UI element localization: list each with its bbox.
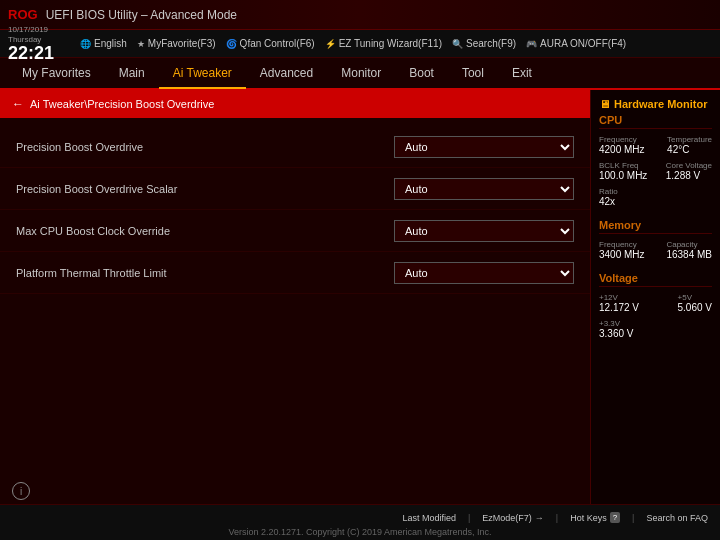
- back-arrow-icon[interactable]: ←: [12, 97, 24, 111]
- bios-title: UEFI BIOS Utility – Advanced Mode: [46, 8, 237, 22]
- search-faq-link[interactable]: Search on FAQ: [646, 513, 708, 523]
- cpu-freq-temp-row: Frequency 4200 MHz Temperature 42°C: [599, 135, 712, 155]
- cpu-frequency-value: 4200 MHz: [599, 144, 645, 155]
- memory-freq-cap-row: Frequency 3400 MHz Capacity 16384 MB: [599, 240, 712, 260]
- content-area: ← Ai Tweaker\Precision Boost Overdrive P…: [0, 90, 720, 504]
- cpu-bclk: BCLK Freq 100.0 MHz: [599, 161, 647, 181]
- nav-tabs: My Favorites Main Ai Tweaker Advanced Mo…: [0, 58, 720, 90]
- setting-label-pbo-scalar: Precision Boost Overdrive Scalar: [16, 183, 394, 195]
- setting-select-pbo[interactable]: Auto Enabled Disabled: [394, 136, 574, 158]
- ez-mode-link[interactable]: EzMode(F7) →: [482, 513, 544, 523]
- voltage-12v-5v-row: +12V 12.172 V +5V 5.060 V: [599, 293, 712, 313]
- ez-tuning-label: EZ Tuning Wizard(F11): [339, 38, 442, 49]
- cpu-ratio-row: Ratio 42x: [599, 187, 712, 207]
- memory-frequency-label: Frequency: [599, 240, 645, 249]
- aura-icon: 🎮: [526, 39, 537, 49]
- datetime-display: 10/17/2019 Thursday 22:21: [8, 25, 68, 62]
- myfavorite-label: MyFavorite(F3): [148, 38, 216, 49]
- cpu-ratio-label: Ratio: [599, 187, 618, 196]
- cpu-section-title: CPU: [599, 114, 712, 129]
- language-selector[interactable]: 🌐 English: [80, 38, 127, 49]
- memory-frequency-value: 3400 MHz: [599, 249, 645, 260]
- rog-logo: ROG: [8, 7, 38, 22]
- cpu-frequency: Frequency 4200 MHz: [599, 135, 645, 155]
- cpu-frequency-label: Frequency: [599, 135, 645, 144]
- cpu-temperature: Temperature 42°C: [667, 135, 712, 155]
- main-panel: ← Ai Tweaker\Precision Boost Overdrive P…: [0, 90, 590, 504]
- date-text: 10/17/2019: [8, 25, 68, 35]
- hardware-monitor-panel: 🖥 Hardware Monitor CPU Frequency 4200 MH…: [590, 90, 720, 504]
- cpu-bclk-label: BCLK Freq: [599, 161, 647, 170]
- hot-keys-link[interactable]: Hot Keys ?: [570, 512, 620, 523]
- title-bar: ROG UEFI BIOS Utility – Advanced Mode: [0, 0, 720, 30]
- info-items: 🌐 English ★ MyFavorite(F3) 🌀 Qfan Contro…: [80, 38, 712, 49]
- cpu-bclk-voltage-row: BCLK Freq 100.0 MHz Core Voltage 1.288 V: [599, 161, 712, 181]
- memory-section-title: Memory: [599, 219, 712, 234]
- qfan-btn[interactable]: 🌀 Qfan Control(F6): [226, 38, 315, 49]
- bottom-bar: Last Modified | EzMode(F7) → | Hot Keys …: [0, 504, 720, 540]
- tab-advanced[interactable]: Advanced: [246, 58, 327, 88]
- hot-keys-label: Hot Keys: [570, 513, 607, 523]
- setting-label-pbo: Precision Boost Overdrive: [16, 141, 394, 153]
- memory-capacity-value: 16384 MB: [666, 249, 712, 260]
- setting-row-thermal: Platform Thermal Throttle Limit Auto Ena…: [0, 252, 590, 294]
- voltage-3v3-row: +3.3V 3.360 V: [599, 319, 712, 339]
- cpu-ratio: Ratio 42x: [599, 187, 618, 207]
- tab-exit[interactable]: Exit: [498, 58, 546, 88]
- memory-capacity: Capacity 16384 MB: [666, 240, 712, 260]
- setting-row-pbo: Precision Boost Overdrive Auto Enabled D…: [0, 126, 590, 168]
- ez-mode-label: EzMode(F7): [482, 513, 532, 523]
- cpu-temperature-value: 42°C: [667, 144, 712, 155]
- aura-label: AURA ON/OFF(F4): [540, 38, 626, 49]
- setting-row-cpu-clock: Max CPU Boost Clock Override Auto +25MHz…: [0, 210, 590, 252]
- setting-select-thermal[interactable]: Auto Enabled Disabled: [394, 262, 574, 284]
- bottom-links: Last Modified | EzMode(F7) → | Hot Keys …: [0, 509, 720, 527]
- memory-capacity-label: Capacity: [666, 240, 712, 249]
- search-icon: 🔍: [452, 39, 463, 49]
- myfavorite-btn[interactable]: ★ MyFavorite(F3): [137, 38, 216, 49]
- info-icon[interactable]: i: [12, 482, 30, 500]
- cpu-bclk-value: 100.0 MHz: [599, 170, 647, 181]
- last-modified-link[interactable]: Last Modified: [402, 513, 456, 523]
- info-bar: 10/17/2019 Thursday 22:21 🌐 English ★ My…: [0, 30, 720, 58]
- voltage-5v: +5V 5.060 V: [678, 293, 712, 313]
- lightning-icon: ⚡: [325, 39, 336, 49]
- setting-select-cpu-clock[interactable]: Auto +25MHz+50MHz+75MHz +100MHz+125MHz+1…: [394, 220, 574, 242]
- language-label: English: [94, 38, 127, 49]
- voltage-12v-value: 12.172 V: [599, 302, 639, 313]
- voltage-12v-label: +12V: [599, 293, 639, 302]
- search-btn[interactable]: 🔍 Search(F9): [452, 38, 516, 49]
- voltage-3v3-value: 3.360 V: [599, 328, 633, 339]
- breadcrumb-path: Ai Tweaker\Precision Boost Overdrive: [30, 98, 214, 110]
- cpu-section: CPU Frequency 4200 MHz Temperature 42°C …: [599, 114, 712, 207]
- aura-btn[interactable]: 🎮 AURA ON/OFF(F4): [526, 38, 626, 49]
- setting-select-pbo-scalar[interactable]: Auto 1x2x3x4x 5x6x7x8x 9x10x: [394, 178, 574, 200]
- globe-icon: 🌐: [80, 39, 91, 49]
- cpu-ratio-value: 42x: [599, 196, 618, 207]
- cpu-core-voltage-value: 1.288 V: [666, 170, 712, 181]
- hot-keys-badge: ?: [610, 512, 620, 523]
- search-label: Search(F9): [466, 38, 516, 49]
- voltage-section: Voltage +12V 12.172 V +5V 5.060 V +3.3V …: [599, 272, 712, 339]
- tab-my-favorites[interactable]: My Favorites: [8, 58, 105, 88]
- cpu-core-voltage-label: Core Voltage: [666, 161, 712, 170]
- setting-row-pbo-scalar: Precision Boost Overdrive Scalar Auto 1x…: [0, 168, 590, 210]
- voltage-3v3: +3.3V 3.360 V: [599, 319, 633, 339]
- memory-section: Memory Frequency 3400 MHz Capacity 16384…: [599, 219, 712, 260]
- memory-frequency: Frequency 3400 MHz: [599, 240, 645, 260]
- voltage-12v: +12V 12.172 V: [599, 293, 639, 313]
- tab-main[interactable]: Main: [105, 58, 159, 88]
- tab-tool[interactable]: Tool: [448, 58, 498, 88]
- breadcrumb: ← Ai Tweaker\Precision Boost Overdrive: [0, 90, 590, 118]
- ez-mode-arrow-icon: →: [535, 513, 544, 523]
- setting-label-thermal: Platform Thermal Throttle Limit: [16, 267, 394, 279]
- cpu-temperature-label: Temperature: [667, 135, 712, 144]
- voltage-section-title: Voltage: [599, 272, 712, 287]
- voltage-3v3-label: +3.3V: [599, 319, 633, 328]
- ez-tuning-btn[interactable]: ⚡ EZ Tuning Wizard(F11): [325, 38, 442, 49]
- voltage-5v-value: 5.060 V: [678, 302, 712, 313]
- tab-ai-tweaker[interactable]: Ai Tweaker: [159, 59, 246, 89]
- tab-boot[interactable]: Boot: [395, 58, 448, 88]
- fan-icon: 🌀: [226, 39, 237, 49]
- tab-monitor[interactable]: Monitor: [327, 58, 395, 88]
